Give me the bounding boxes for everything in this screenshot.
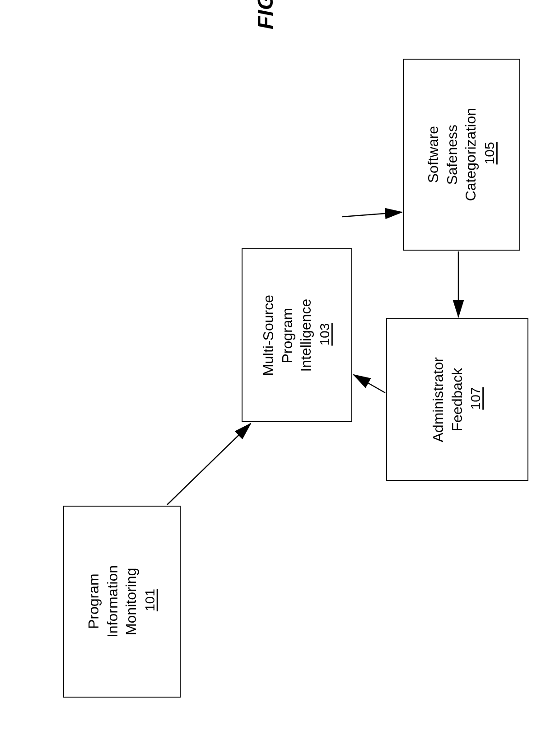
box-105-text: Software Safeness Categorization 105 <box>424 108 499 201</box>
a-107-103 <box>354 375 385 393</box>
box-103-text: Multi-Source Program Intelligence 103 <box>259 295 334 376</box>
box-101-number: 101 <box>142 589 157 612</box>
a-101-103 <box>167 424 251 505</box>
box-107-line1: Administrator <box>430 357 446 442</box>
box-multi-source-program-intelligence: Multi-Source Program Intelligence 103 <box>242 248 352 422</box>
box-107-text: Administrator Feedback 107 <box>429 357 485 442</box>
box-program-information-monitoring: Program Information Monitoring 101 <box>63 506 181 698</box>
box-105-line3: Categorization <box>462 108 479 201</box>
box-105-line1: Software <box>425 126 441 183</box>
box-103-number: 103 <box>317 323 332 345</box>
box-105-line2: Safeness <box>443 125 460 185</box>
box-107-line2: Feedback <box>449 368 465 432</box>
figure-title: FIG. 2 <box>253 0 278 29</box>
box-105-number: 105 <box>482 142 497 165</box>
box-103-line3: Intelligence <box>298 299 314 372</box>
box-103-line1: Multi-Source <box>260 295 276 376</box>
box-107-number: 107 <box>468 387 483 410</box>
box-software-safeness-categorization: Software Safeness Categorization 105 <box>403 59 520 251</box>
box-101-line2: Information <box>104 565 120 638</box>
box-101-text: Program Information Monitoring 101 <box>84 565 159 638</box>
box-103-line2: Program <box>279 307 295 363</box>
a-103-105b <box>342 212 402 217</box>
box-101-line1: Program <box>85 574 102 629</box>
box-administrator-feedback: Administrator Feedback 107 <box>386 318 528 481</box>
box-101-line3: Monitoring <box>123 568 139 635</box>
